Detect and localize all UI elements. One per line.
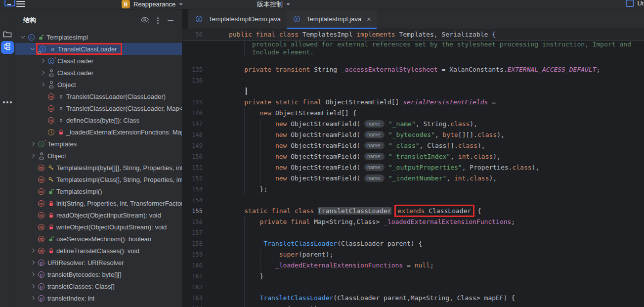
code-line[interactable]: 146new ObjectStreamField[] { <box>182 108 644 119</box>
line-number[interactable]: 161 <box>182 271 203 282</box>
tree-row-transletbytecodesbyte[interactable]: ptransletBytecodes: byte[][] <box>15 268 182 280</box>
tree-row-transletclassesclass[interactable]: ptransletClasses: Class[] <box>15 280 182 292</box>
project-tool-button[interactable] <box>3 30 12 40</box>
code-line[interactable]: protocols allowed for external reference… <box>182 41 644 48</box>
code-line[interactable]: 152new ObjectStreamField( name: "_indent… <box>182 173 644 184</box>
line-number[interactable] <box>182 41 203 48</box>
sticky-header-line[interactable]: 56public final class TemplatesImpl imple… <box>182 29 644 41</box>
code-line[interactable]: Include element. <box>182 48 644 56</box>
chevron-right-icon[interactable] <box>28 261 37 264</box>
line-number[interactable]: 145 <box>182 97 203 108</box>
structure-tool-button[interactable] <box>1 41 14 54</box>
main-menu-button[interactable] <box>16 1 25 7</box>
line-number[interactable]: 157 <box>182 227 203 238</box>
line-number[interactable]: 149 <box>182 140 203 151</box>
view-options-button[interactable] <box>138 14 151 27</box>
line-number[interactable]: 160 <box>182 260 203 271</box>
editor-tab-templatesimpljava[interactable]: cTemplatesImpl.java× <box>287 9 377 29</box>
vcs-widget[interactable]: 版本控制 <box>257 0 290 8</box>
line-number[interactable]: 151 <box>182 162 203 173</box>
panel-options-button[interactable] <box>151 14 164 27</box>
tree-row-useservicesmechnism[interactable]: museServicesMechnism(): boolean <box>15 233 182 245</box>
line-number[interactable]: 147 <box>182 119 203 130</box>
line-number[interactable]: 156 <box>182 217 203 227</box>
project-widget[interactable]: R Reappearance <box>122 0 183 8</box>
line-number[interactable]: 159 <box>182 249 203 260</box>
code-line[interactable]: 163TransletClassLoader(ClassLoader paren… <box>182 293 644 304</box>
code-line[interactable]: 153}; <box>182 184 644 195</box>
chevron-right-icon[interactable] <box>28 154 37 157</box>
tree-row-definetransletclasses[interactable]: mdefineTransletClasses(): void <box>15 245 182 257</box>
line-number[interactable]: 136 <box>182 75 203 86</box>
line-number[interactable]: 150 <box>182 151 203 162</box>
blue-square-icon[interactable] <box>626 0 634 7</box>
code-line[interactable]: 158TransletClassLoader(ClassLoader paren… <box>182 238 644 249</box>
line-number[interactable]: 154 <box>182 195 203 206</box>
code-line[interactable]: 156private final Map<String,Class> _load… <box>182 217 644 227</box>
code-line[interactable] <box>182 56 644 64</box>
tree-row-transletclassloader[interactable]: coTransletClassLoader <box>15 43 182 55</box>
chevron-down-icon[interactable] <box>18 36 27 39</box>
tree-row-templates[interactable]: I↑Templates <box>15 138 182 150</box>
line-number[interactable]: 148 <box>182 130 203 140</box>
code-line[interactable]: 151new ObjectStreamField( name: "_output… <box>182 162 644 173</box>
chevron-right-icon[interactable] <box>28 297 37 300</box>
hide-panel-button[interactable] <box>164 14 177 27</box>
code-line[interactable]: 162 <box>182 282 644 293</box>
code-line[interactable]: 159super(parent); <box>182 249 644 260</box>
chevron-right-icon[interactable] <box>28 249 37 252</box>
tree-row-classloader[interactable]: ClassLoader <box>15 67 182 79</box>
line-number[interactable] <box>182 48 203 56</box>
code-line[interactable]: 150new ObjectStreamField( name: "_transl… <box>182 151 644 162</box>
line-number[interactable]: 56 <box>182 29 203 40</box>
code-line[interactable]: 148new ObjectStreamField( name: "_byteco… <box>182 130 644 140</box>
code-line[interactable]: 154 <box>182 195 644 206</box>
code-line[interactable]: 136 <box>182 75 644 86</box>
close-icon[interactable]: × <box>367 16 371 23</box>
chevron-right-icon[interactable] <box>38 71 47 74</box>
tree-row-object[interactable]: Object <box>15 150 182 162</box>
code-line[interactable]: 135private transient String _accessExter… <box>182 64 644 75</box>
tree-row-init[interactable]: minit(String, Properties, int, Transform… <box>15 197 182 209</box>
line-number[interactable]: 155 <box>182 206 203 217</box>
tree-row-readobject[interactable]: mreadObject(ObjectInputStream): void <box>15 209 182 221</box>
tree-row-uriresolveruriresolver[interactable]: pURIResolver: URIResolver <box>15 257 182 268</box>
code-line[interactable]: 157 <box>182 227 644 238</box>
code-line[interactable]: 147new ObjectStreamField( name: "_name",… <box>182 119 644 130</box>
line-number[interactable]: 152 <box>182 173 203 184</box>
line-number[interactable]: 158 <box>182 238 203 249</box>
code-editor[interactable]: 56public final class TemplatesImpl imple… <box>182 29 644 307</box>
line-number[interactable]: 163 <box>182 293 203 304</box>
code-line[interactable]: 164super(parent); <box>182 304 644 307</box>
chevron-right-icon[interactable] <box>28 273 37 276</box>
tree-row-writeobject[interactable]: mwriteObject(ObjectOutputStream): void <box>15 221 182 233</box>
code-line[interactable]: 160_loadedExternalExtensionFunctions = n… <box>182 260 644 271</box>
tree-row-classloader[interactable]: c↑ClassLoader <box>15 55 182 67</box>
code-line[interactable]: 155static final class TransletClassLoade… <box>182 206 644 217</box>
chevron-right-icon[interactable] <box>28 285 37 288</box>
tree-row[interactable]: p <box>15 304 182 307</box>
line-number[interactable]: 162 <box>182 282 203 293</box>
line-number[interactable] <box>182 56 203 64</box>
tree-row-transletindexint[interactable]: ptransletIndex: int <box>15 292 182 304</box>
code-line[interactable] <box>182 86 644 97</box>
tree-row-_loadedexternalextensionfunctionsmapst[interactable]: f_loadedExternalExtensionFunctions: Map<… <box>15 126 182 138</box>
tree-row-templatesimpl[interactable]: mTemplatesImpl(byte[][], String, Propert… <box>15 162 182 174</box>
editor-tab-templatesimpldemojava[interactable]: cTemplatesImplDemo.java <box>189 9 287 29</box>
tree-row-transletclassloader[interactable]: moTransletClassLoader(ClassLoader, Map<S… <box>15 102 182 114</box>
code-line[interactable]: 149new ObjectStreamField( name: "_class"… <box>182 140 644 151</box>
tree-row-templatesimpl[interactable]: cTemplatesImpl <box>15 31 182 43</box>
code-line[interactable]: 161} <box>182 271 644 282</box>
tree-row-templatesimpl[interactable]: mTemplatesImpl() <box>15 185 182 197</box>
tree-row-object[interactable]: Object <box>15 79 182 90</box>
more-tools-button[interactable] <box>6 101 8 103</box>
line-number[interactable] <box>182 86 203 97</box>
chevron-right-icon[interactable] <box>38 59 47 62</box>
code-line[interactable]: 145private static final ObjectStreamFiel… <box>182 97 644 108</box>
tree-row-defineclass[interactable]: modefineClass(byte[]): Class <box>15 114 182 126</box>
line-number[interactable]: 153 <box>182 184 203 195</box>
line-number[interactable]: 164 <box>182 304 203 307</box>
tree-row-templatesimpl[interactable]: mTemplatesImpl(Class[], String, Properti… <box>15 174 182 185</box>
line-number[interactable]: 135 <box>182 64 203 75</box>
chevron-right-icon[interactable] <box>28 142 37 145</box>
